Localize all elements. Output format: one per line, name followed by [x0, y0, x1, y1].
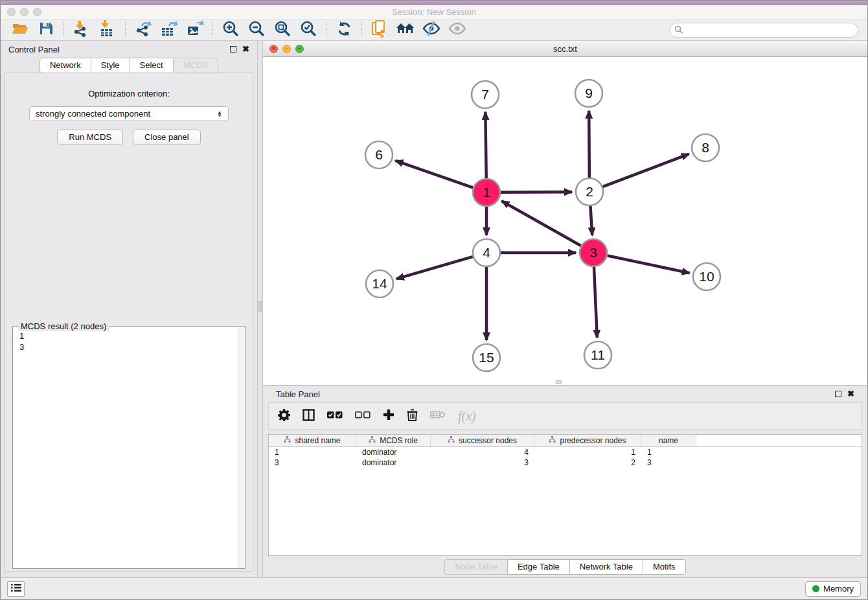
svg-text:11: 11 [591, 347, 605, 362]
tab-motifs[interactable]: Motifs [643, 559, 686, 575]
zoom-out-button[interactable] [244, 20, 269, 40]
table-cell[interactable]: 1 [641, 448, 696, 457]
column-header-shared-name[interactable]: shared name [269, 435, 356, 446]
canvas-resize-handle[interactable] [556, 380, 562, 384]
control-panel: Control Panel ✖ NetworkStyleSelectMCDS O… [1, 41, 257, 577]
hierarchy-icon [284, 436, 291, 445]
graph-node-4[interactable]: 4 [473, 239, 500, 266]
graph-node-14[interactable]: 14 [366, 270, 393, 297]
criterion-select[interactable]: strongly connected component ▲▼ [29, 106, 229, 121]
delete-column-button[interactable] [407, 409, 418, 424]
list-icon [11, 583, 21, 595]
column-header-MCDS-role[interactable]: MCDS role [356, 435, 431, 446]
search-input[interactable] [669, 23, 858, 38]
zoom-selected-icon [300, 20, 317, 40]
graph-edge-4-14[interactable] [396, 257, 473, 279]
table-cell[interactable]: dominator [356, 458, 431, 467]
column-header-successor-nodes[interactable]: successor nodes [431, 435, 534, 446]
delete-table-icon [430, 410, 446, 422]
result-scrollbar[interactable] [238, 327, 244, 568]
update-view-button[interactable] [331, 20, 357, 40]
close-panel-icon[interactable]: ✖ [847, 391, 854, 397]
add-column-button[interactable] [383, 409, 394, 423]
zoom-selected-button[interactable] [295, 20, 321, 40]
tab-edge-table[interactable]: Edge Table [507, 559, 570, 575]
table-settings-button[interactable] [278, 409, 290, 424]
deselect-all-columns-button[interactable] [355, 410, 371, 422]
table-cell[interactable]: 1 [534, 448, 641, 457]
hide-selected-button[interactable] [418, 20, 444, 40]
table-row[interactable]: 3dominator323 [269, 457, 862, 468]
svg-text:3: 3 [589, 245, 597, 260]
graph-edge-2-3[interactable] [590, 206, 592, 235]
zoom-fit-button[interactable] [269, 20, 295, 40]
graph-edge-1-7[interactable] [485, 112, 486, 178]
network-canvas[interactable]: 7968124314101511 [263, 57, 867, 385]
mcds-result-box: MCDS result (2 nodes) 13 [12, 326, 246, 569]
column-header-name[interactable]: name [641, 435, 696, 446]
node-table[interactable]: shared nameMCDS rolesuccessor nodesprede… [268, 434, 862, 556]
open-folder-icon [12, 21, 29, 39]
export-image-button[interactable] [182, 20, 208, 40]
graph-edge-2-8[interactable] [603, 154, 689, 187]
graph-node-6[interactable]: 6 [365, 141, 393, 168]
graph-edge-3-10[interactable] [608, 256, 690, 273]
import-network-button[interactable] [69, 20, 95, 40]
graph-node-9[interactable]: 9 [575, 80, 602, 107]
close-panel-button[interactable]: Close panel [133, 130, 201, 145]
table-cell[interactable]: 4 [431, 448, 534, 457]
panel-divider[interactable] [257, 41, 263, 577]
clone-network-button[interactable] [367, 20, 393, 40]
table-cell[interactable]: 3 [641, 458, 696, 467]
graph-node-1[interactable]: 1 [473, 179, 500, 206]
import-table-button[interactable] [95, 20, 120, 40]
close-panel-icon[interactable]: ✖ [242, 46, 249, 52]
float-panel-icon[interactable] [835, 391, 841, 397]
open-session-button[interactable] [7, 20, 33, 40]
table-cell[interactable]: 3 [269, 458, 356, 467]
divider-handle[interactable] [258, 301, 262, 312]
float-panel-icon[interactable] [230, 46, 236, 52]
split-panes-icon [303, 409, 315, 424]
graph-node-11[interactable]: 11 [584, 341, 611, 369]
svg-text:2: 2 [586, 184, 593, 199]
tab-network[interactable]: Network [40, 58, 91, 73]
show-all-button[interactable] [444, 20, 470, 40]
tab-network-table[interactable]: Network Table [569, 559, 643, 575]
table-cell[interactable]: 1 [269, 448, 356, 457]
graph-edge-1-2[interactable] [501, 192, 572, 192]
select-all-columns-button[interactable] [327, 410, 343, 422]
graph-node-10[interactable]: 10 [693, 263, 720, 290]
graph-edge-1-6[interactable] [395, 161, 473, 188]
graph-node-8[interactable]: 8 [692, 134, 719, 161]
graph-edge-2-9[interactable] [589, 111, 589, 178]
run-mcds-button[interactable]: Run MCDS [57, 130, 123, 145]
zoom-in-icon [222, 20, 239, 40]
column-header-predecessor-nodes[interactable]: predecessor nodes [534, 435, 641, 446]
table-cell[interactable]: dominator [356, 448, 431, 457]
tab-style[interactable]: Style [91, 58, 130, 73]
export-network-button[interactable] [130, 20, 156, 40]
task-history-button[interactable] [7, 581, 25, 597]
table-cell[interactable]: 2 [534, 458, 641, 467]
table-row[interactable]: 1dominator411 [269, 447, 862, 457]
graph-edge-3-11[interactable] [594, 267, 597, 338]
graph-edge-3-1[interactable] [502, 201, 581, 246]
table-cell[interactable]: 3 [431, 458, 534, 467]
clone-network-icon [371, 19, 388, 40]
optimization-label: Optimization criterion: [88, 89, 170, 98]
toggle-panes-button[interactable] [303, 409, 315, 424]
export-network-icon [135, 20, 152, 40]
memory-label: Memory [823, 584, 854, 594]
save-session-button[interactable] [33, 20, 59, 40]
graph-node-2[interactable]: 2 [576, 178, 603, 205]
export-table-button[interactable] [156, 20, 182, 40]
memory-button[interactable]: Memory [805, 581, 861, 597]
graph-node-3[interactable]: 3 [580, 239, 607, 266]
graph-node-15[interactable]: 15 [473, 344, 500, 371]
graph-node-7[interactable]: 7 [472, 81, 499, 108]
tab-select[interactable]: Select [130, 58, 174, 73]
zoom-in-button[interactable] [218, 20, 244, 40]
table-panel-title: Table Panel [276, 389, 320, 399]
first-neighbors-button[interactable] [393, 20, 418, 40]
